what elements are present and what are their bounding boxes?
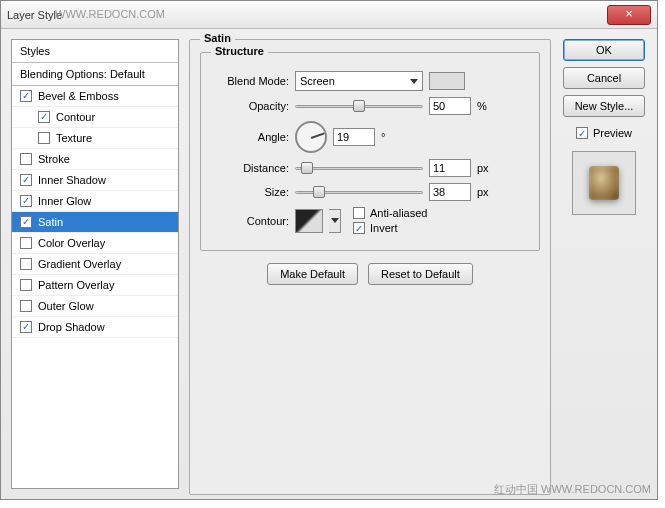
size-label: Size: — [211, 186, 289, 198]
preview-checkbox[interactable]: Preview — [576, 127, 632, 139]
reset-default-button[interactable]: Reset to Default — [368, 263, 473, 285]
style-item-label: Pattern Overlay — [38, 279, 114, 291]
main-panel: Satin Structure Blend Mode: Screen Opaci… — [189, 39, 551, 489]
checkbox-icon — [20, 174, 32, 186]
angle-unit: ° — [381, 131, 397, 143]
angle-dial[interactable] — [295, 121, 327, 153]
style-item-label: Texture — [56, 132, 92, 144]
anti-aliased-checkbox[interactable]: Anti-aliased — [353, 207, 427, 219]
distance-label: Distance: — [211, 162, 289, 174]
structure-group: Structure Blend Mode: Screen Opacity: 50 — [200, 52, 540, 251]
distance-slider[interactable] — [295, 161, 423, 175]
layer-style-dialog: Layer Style × WWW.REDOCN.COM Styles Blen… — [0, 0, 658, 500]
contour-dropdown[interactable] — [329, 209, 341, 233]
new-style-button[interactable]: New Style... — [563, 95, 645, 117]
style-item-label: Bevel & Emboss — [38, 90, 119, 102]
close-button[interactable]: × — [607, 5, 651, 25]
preview-cb-icon — [576, 127, 588, 139]
structure-title: Structure — [211, 45, 268, 57]
blend-mode-value: Screen — [300, 75, 335, 87]
blending-options[interactable]: Blending Options: Default — [12, 63, 178, 86]
contour-swatch[interactable] — [295, 209, 323, 233]
cancel-button[interactable]: Cancel — [563, 67, 645, 89]
opacity-unit: % — [477, 100, 493, 112]
style-item-label: Color Overlay — [38, 237, 105, 249]
style-item-label: Inner Glow — [38, 195, 91, 207]
size-unit: px — [477, 186, 493, 198]
checkbox-icon — [20, 153, 32, 165]
invert-checkbox[interactable]: Invert — [353, 222, 427, 234]
style-item-inner-glow[interactable]: Inner Glow — [12, 191, 178, 212]
style-item-gradient-overlay[interactable]: Gradient Overlay — [12, 254, 178, 275]
style-item-stroke[interactable]: Stroke — [12, 149, 178, 170]
size-slider[interactable] — [295, 185, 423, 199]
watermark-top: WWW.REDOCN.COM — [55, 8, 165, 20]
style-item-label: Outer Glow — [38, 300, 94, 312]
style-item-label: Stroke — [38, 153, 70, 165]
style-item-bevel-emboss[interactable]: Bevel & Emboss — [12, 86, 178, 107]
style-item-inner-shadow[interactable]: Inner Shadow — [12, 170, 178, 191]
satin-group: Satin Structure Blend Mode: Screen Opaci… — [189, 39, 551, 495]
style-item-label: Satin — [38, 216, 63, 228]
right-panel: OK Cancel New Style... Preview — [561, 39, 647, 489]
checkbox-icon — [20, 300, 32, 312]
style-item-label: Drop Shadow — [38, 321, 105, 333]
checkbox-icon — [38, 111, 50, 123]
distance-input[interactable]: 11 — [429, 159, 471, 177]
style-item-color-overlay[interactable]: Color Overlay — [12, 233, 178, 254]
style-item-pattern-overlay[interactable]: Pattern Overlay — [12, 275, 178, 296]
styles-header[interactable]: Styles — [12, 40, 178, 63]
blend-mode-label: Blend Mode: — [211, 75, 289, 87]
style-item-satin[interactable]: Satin — [12, 212, 178, 233]
checkbox-icon — [38, 132, 50, 144]
satin-title: Satin — [200, 32, 235, 44]
preview-thumbnail — [572, 151, 636, 215]
color-swatch[interactable] — [429, 72, 465, 90]
opacity-input[interactable]: 50 — [429, 97, 471, 115]
checkbox-icon — [20, 195, 32, 207]
checkbox-icon — [20, 258, 32, 270]
style-item-texture[interactable]: Texture — [12, 128, 178, 149]
style-item-label: Gradient Overlay — [38, 258, 121, 270]
chevron-down-icon — [331, 218, 339, 223]
checkbox-icon — [20, 321, 32, 333]
opacity-slider[interactable] — [295, 99, 423, 113]
size-input[interactable]: 38 — [429, 183, 471, 201]
angle-label: Angle: — [211, 131, 289, 143]
chevron-down-icon — [410, 79, 418, 84]
distance-unit: px — [477, 162, 493, 174]
checkbox-icon — [20, 216, 32, 228]
watermark-bottom: 红动中国 WWW.REDOCN.COM — [494, 482, 651, 497]
style-item-outer-glow[interactable]: Outer Glow — [12, 296, 178, 317]
opacity-label: Opacity: — [211, 100, 289, 112]
style-item-label: Contour — [56, 111, 95, 123]
make-default-button[interactable]: Make Default — [267, 263, 358, 285]
contour-label: Contour: — [211, 215, 289, 227]
styles-panel: Styles Blending Options: Default Bevel &… — [11, 39, 179, 489]
blend-mode-select[interactable]: Screen — [295, 71, 423, 91]
ok-button[interactable]: OK — [563, 39, 645, 61]
style-item-drop-shadow[interactable]: Drop Shadow — [12, 317, 178, 338]
preview-label: Preview — [593, 127, 632, 139]
style-item-contour[interactable]: Contour — [12, 107, 178, 128]
checkbox-icon — [20, 279, 32, 291]
style-item-label: Inner Shadow — [38, 174, 106, 186]
angle-input[interactable]: 19 — [333, 128, 375, 146]
checkbox-icon — [20, 237, 32, 249]
checkbox-icon — [20, 90, 32, 102]
